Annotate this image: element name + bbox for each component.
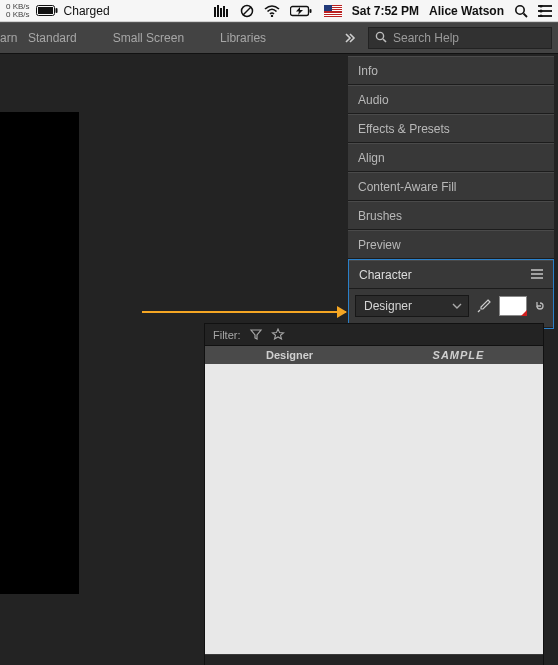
- audio-levels-icon[interactable]: [214, 5, 230, 17]
- svg-point-10: [271, 14, 273, 16]
- popup-resize-handle[interactable]: [205, 654, 543, 665]
- svg-line-26: [478, 310, 480, 312]
- svg-rect-1: [38, 7, 53, 14]
- svg-point-21: [376, 32, 383, 39]
- annotation-arrow: [142, 311, 346, 313]
- spotlight-icon[interactable]: [514, 4, 528, 18]
- panel-tab-align[interactable]: Align: [348, 143, 554, 172]
- svg-line-22: [383, 39, 386, 42]
- svg-point-20: [539, 14, 542, 17]
- panel-menu-icon[interactable]: [531, 268, 543, 282]
- font-list-header-sample: SAMPLE: [374, 349, 543, 361]
- notification-center-icon[interactable]: [538, 5, 552, 17]
- svg-point-19: [539, 9, 542, 12]
- fill-color-swatch[interactable]: [499, 296, 527, 316]
- panel-tab-content-aware-fill[interactable]: Content-Aware Fill: [348, 172, 554, 201]
- character-panel-title: Character: [359, 268, 412, 282]
- app-window: arn Standard Small Screen Libraries Info…: [0, 22, 558, 665]
- menubar-username[interactable]: Alice Watson: [429, 4, 504, 18]
- filter-category-icon[interactable]: [249, 328, 263, 342]
- search-icon: [375, 31, 387, 46]
- svg-rect-3: [214, 7, 216, 17]
- font-dropdown-popup: Filter: Designer SAMPLE: [204, 323, 544, 665]
- network-speed-indicator: 0 KB/s 0 KB/s: [6, 3, 30, 19]
- battery-charging-icon[interactable]: [290, 5, 314, 17]
- svg-rect-12: [309, 9, 311, 13]
- font-family-value: Designer: [364, 299, 412, 313]
- do-not-disturb-icon[interactable]: [240, 4, 254, 18]
- mac-menubar: 0 KB/s 0 KB/s Charged Sat 7:52 PM Alice …: [0, 0, 558, 22]
- svg-line-14: [524, 13, 528, 17]
- font-family-select[interactable]: Designer: [355, 295, 469, 317]
- character-panel: Character Designer: [348, 259, 554, 329]
- svg-point-18: [539, 5, 542, 8]
- help-search[interactable]: [368, 27, 552, 49]
- right-panel-column: Info Audio Effects & Presets Align Conte…: [348, 56, 554, 329]
- svg-rect-5: [220, 8, 222, 17]
- tab-libraries[interactable]: Libraries: [202, 23, 284, 53]
- tab-small-screen[interactable]: Small Screen: [95, 23, 202, 53]
- composition-viewer[interactable]: [0, 112, 79, 594]
- svg-rect-4: [217, 5, 219, 17]
- tab-learn-partial[interactable]: arn: [0, 23, 10, 53]
- tabs-overflow-icon[interactable]: [340, 33, 360, 43]
- font-list-header-name: Designer: [205, 349, 374, 361]
- panel-tab-audio[interactable]: Audio: [348, 85, 554, 114]
- svg-rect-2: [55, 8, 57, 13]
- battery-status-text: Charged: [64, 4, 110, 18]
- panel-tab-brushes[interactable]: Brushes: [348, 201, 554, 230]
- font-filter-bar: Filter:: [205, 324, 543, 346]
- input-source-flag-icon[interactable]: [324, 5, 342, 17]
- panel-tab-effects-presets[interactable]: Effects & Presets: [348, 114, 554, 143]
- character-panel-header[interactable]: Character: [349, 260, 553, 289]
- panel-tab-info[interactable]: Info: [348, 56, 554, 85]
- svg-point-13: [516, 5, 524, 13]
- svg-rect-6: [223, 6, 225, 17]
- help-search-input[interactable]: [393, 31, 545, 45]
- font-list-header: Designer SAMPLE: [205, 346, 543, 364]
- chevron-down-icon: [450, 303, 464, 309]
- menubar-clock[interactable]: Sat 7:52 PM: [352, 4, 419, 18]
- wifi-icon[interactable]: [264, 5, 280, 17]
- font-filter-label: Filter:: [213, 329, 241, 341]
- workspace-tabstrip: arn Standard Small Screen Libraries: [0, 22, 558, 54]
- battery-icon: [36, 5, 58, 16]
- tab-standard[interactable]: Standard: [10, 23, 95, 53]
- font-list[interactable]: [205, 364, 543, 654]
- reset-icon[interactable]: [533, 295, 547, 317]
- svg-line-9: [243, 7, 251, 15]
- panel-tab-preview[interactable]: Preview: [348, 230, 554, 259]
- filter-favorites-icon[interactable]: [271, 328, 285, 342]
- svg-rect-7: [226, 9, 228, 17]
- eyedropper-icon[interactable]: [475, 295, 493, 317]
